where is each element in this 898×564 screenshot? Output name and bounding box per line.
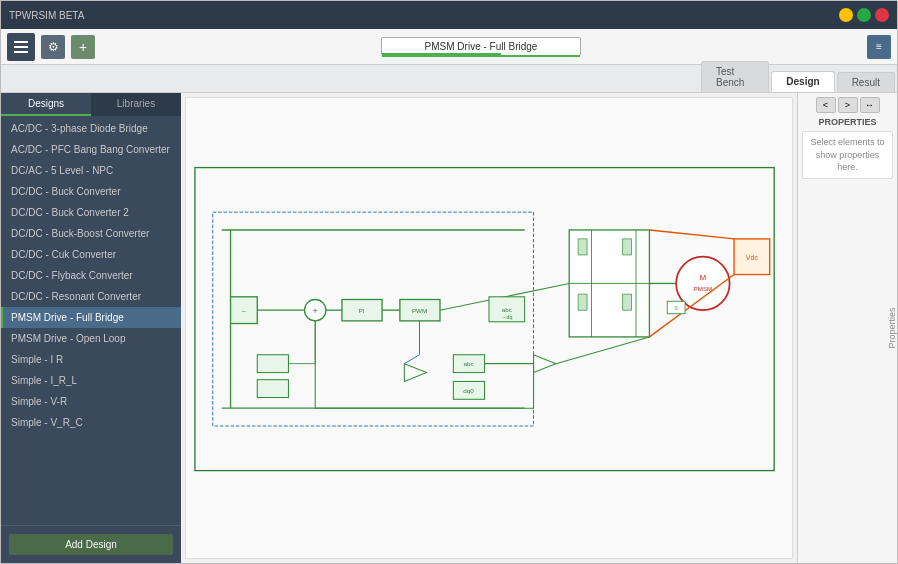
titlebar: TPWRSIM BETA [1, 1, 897, 29]
main-menu-button[interactable] [7, 33, 35, 61]
titlebar-controls [839, 8, 889, 22]
left-tab-libraries[interactable]: Libraries [91, 93, 181, 116]
vertical-properties-label: Properties [887, 307, 897, 348]
tab-result[interactable]: Result [837, 72, 895, 92]
close-button[interactable] [875, 8, 889, 22]
svg-text:→dq: →dq [501, 314, 512, 320]
list-item[interactable]: DC/DC - Buck Converter 2 [1, 202, 181, 223]
circuit-diagram: ~ + PI PWM [186, 98, 792, 558]
svg-rect-20 [623, 294, 632, 310]
minimize-button[interactable] [839, 8, 853, 22]
properties-placeholder-text: Select elements to show properties here. [802, 131, 893, 179]
list-item[interactable]: DC/DC - Resonant Converter [1, 286, 181, 307]
list-item[interactable]: DC/DC - Buck Converter [1, 181, 181, 202]
hamburger-line-2 [14, 46, 28, 48]
panel-nav-controls: < > ↔ [802, 97, 893, 113]
left-panel-footer: Add Design [1, 525, 181, 563]
monitor-icon: ≡ [876, 41, 882, 52]
toolbar: ⚙ + PMSM Drive - Full Bridge ≡ [1, 29, 897, 65]
main-window: TPWRSIM BETA ⚙ + PMSM Drive - Full Bridg… [0, 0, 898, 564]
maximize-button[interactable] [857, 8, 871, 22]
svg-text:PWM: PWM [412, 307, 427, 314]
svg-rect-18 [623, 239, 632, 255]
progress-bar [382, 53, 501, 55]
svg-text:dq0: dq0 [463, 387, 474, 394]
list-item[interactable]: Simple - I R [1, 349, 181, 370]
designs-list: AC/DC - 3-phase Diode Bridge AC/DC - PFC… [1, 116, 181, 525]
jobs-monitor-button[interactable]: ≡ [867, 35, 891, 59]
titlebar-left: TPWRSIM BETA [9, 10, 84, 21]
properties-label: PROPERTIES [802, 117, 893, 127]
nav-next-button[interactable]: > [838, 97, 858, 113]
list-item[interactable]: DC/DC - Flyback Converter [1, 265, 181, 286]
list-item[interactable]: DC/AC - 5 Level - NPC [1, 160, 181, 181]
svg-text:S: S [674, 305, 678, 311]
main-content: Designs Libraries AC/DC - 3-phase Diode … [1, 93, 897, 563]
list-item-active[interactable]: PMSM Drive - Full Bridge [1, 307, 181, 328]
left-panel: Designs Libraries AC/DC - 3-phase Diode … [1, 93, 181, 563]
svg-text:~: ~ [242, 308, 246, 316]
add-button[interactable]: + [71, 35, 95, 59]
list-item[interactable]: Simple - V-R [1, 391, 181, 412]
list-item[interactable]: AC/DC - 3-phase Diode Bridge [1, 118, 181, 139]
svg-rect-0 [186, 159, 792, 498]
svg-text:M: M [700, 273, 707, 282]
tab-design[interactable]: Design [771, 71, 834, 92]
left-panel-tabs: Designs Libraries [1, 93, 181, 116]
hamburger-line-3 [14, 51, 28, 53]
list-item[interactable]: PMSM Drive - Open Loop [1, 328, 181, 349]
tab-testbench[interactable]: Test Bench [701, 61, 769, 92]
circuit-area[interactable]: ~ + PI PWM [185, 97, 793, 559]
list-item[interactable]: DC/DC - Buck-Boost Converter [1, 223, 181, 244]
svg-text:PMSM: PMSM [694, 285, 713, 292]
svg-text:Vdc: Vdc [746, 254, 759, 262]
nav-fit-button[interactable]: ↔ [860, 97, 880, 113]
list-item[interactable]: AC/DC - PFC Bang Bang Converter [1, 139, 181, 160]
tab-title-label: PMSM Drive - Full Bridge [381, 37, 581, 56]
list-item[interactable]: Simple - V_R_C [1, 412, 181, 433]
window-title: TPWRSIM BETA [9, 10, 84, 21]
list-item[interactable]: Simple - I_R_L [1, 370, 181, 391]
right-panel: < > ↔ PROPERTIES Select elements to show… [797, 93, 897, 563]
svg-rect-17 [578, 239, 587, 255]
plus-icon: + [79, 39, 87, 55]
svg-text:abc: abc [502, 306, 512, 313]
left-tab-designs[interactable]: Designs [1, 93, 91, 116]
gear-icon: ⚙ [48, 40, 59, 54]
svg-rect-30 [257, 355, 288, 373]
hamburger-line-1 [14, 41, 28, 43]
tab-title-text: PMSM Drive - Full Bridge [425, 41, 538, 52]
svg-rect-19 [578, 294, 587, 310]
settings-button[interactable]: ⚙ [41, 35, 65, 59]
add-design-button[interactable]: Add Design [9, 534, 173, 555]
svg-text:PI: PI [359, 307, 365, 314]
list-item[interactable]: DC/DC - Cuk Converter [1, 244, 181, 265]
toolbar-center: PMSM Drive - Full Bridge [381, 37, 581, 56]
svg-rect-31 [257, 380, 288, 398]
svg-text:+: + [313, 306, 318, 316]
svg-text:abc: abc [463, 360, 473, 367]
tabs-row: Test Bench Design Result [1, 65, 897, 93]
nav-prev-button[interactable]: < [816, 97, 836, 113]
